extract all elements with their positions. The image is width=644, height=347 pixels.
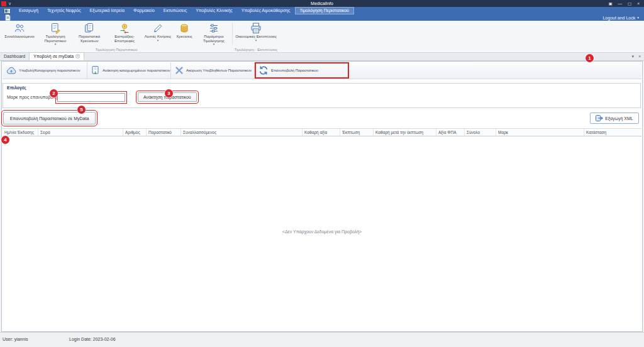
document-download-icon — [91, 65, 101, 75]
column-header-counterparty[interactable]: Συναλλασσόμενος — [181, 129, 303, 136]
column-header-mark[interactable]: Μαρκ — [496, 129, 584, 136]
tab-close-icon[interactable]: × — [75, 54, 80, 58]
subnav-label: Επανυποβολή Παραστατικού — [271, 69, 318, 72]
statusbar: User: yiannis Login Date: 2023-02-06 — [0, 332, 644, 347]
tab-dashboard[interactable]: Dashboard — [0, 52, 29, 60]
column-header-document[interactable]: Παραστατικό — [147, 129, 181, 136]
coins-icon — [179, 23, 190, 34]
column-header-net-value[interactable]: Καθαρή αξία — [303, 129, 340, 136]
ribbon-button-financial-prints[interactable]: Οικονομικές Εκτυπώσεις ▾ — [233, 21, 279, 46]
tab-ypovoli-mydata[interactable]: Υποβολή σε myData × — [29, 52, 84, 60]
tab-bar-close-icon[interactable]: × — [638, 54, 641, 58]
tab-list-icon[interactable]: ▾ — [631, 54, 634, 59]
ribbon-button-label: Τιμολόγηση Περιστατικού — [38, 35, 73, 43]
money-transfer-icon — [119, 23, 130, 34]
options-row: Μαρκ προς επανυποβολή Ανάκτηση παραστατι… — [3, 92, 640, 102]
minimize-button[interactable]: — — [618, 0, 623, 7]
grid-body: <Δεν Υπάρχουν Δεδομένα για Προβολή> — [3, 136, 641, 331]
dropdown-arrow-icon: ▾ — [157, 39, 159, 42]
tab-ektyposeis[interactable]: Εκτυπώσεις — [159, 7, 191, 14]
document-tab-bar: Dashboard Υποβολή σε myData × ▾ × — [0, 53, 644, 61]
ribbon-button-charges[interactable]: Χρεώσεις — [172, 21, 196, 46]
subnav-label: Υποβολή/Καταχώρηση παραστατικών — [19, 69, 80, 72]
logout-label: Logout and Lock — [602, 16, 635, 20]
dropdown-arrow-icon: ▾ — [55, 43, 57, 46]
mydata-toolbar: Υποβολή/Καταχώρηση παραστατικών Ανάκτηση… — [3, 62, 641, 79]
subnav-label: Ακύρωση Υποβληθέντων Παραστατικών — [186, 69, 252, 72]
tab-mydata-label: Υποβολή σε myData — [33, 54, 74, 58]
tab-ypovoles-klinikis[interactable]: Υποβολές Κλινικής — [191, 7, 237, 14]
ribbon-button-counterparties[interactable]: Συναλλασσόμενοι — [1, 21, 38, 46]
ribbon: Συναλλασσόμενοι Τιμολόγηση Περιστατικού … — [0, 21, 644, 53]
column-header-number[interactable]: Αριθμός — [123, 129, 147, 136]
column-header-discount[interactable]: Έκπτωση — [340, 129, 374, 136]
tab-ypovoles-aimokatharsis[interactable]: Υποβολές Αιμοκάθαρσης — [237, 7, 295, 14]
maximize-button[interactable]: ▢ — [628, 0, 631, 7]
documents-icon — [84, 23, 95, 34]
cancel-x-icon — [174, 65, 184, 75]
options-panel: Επιλογές Μαρκ προς επανυποβολή Ανάκτηση … — [3, 83, 641, 108]
sliders-icon — [208, 23, 219, 34]
tab-timologisi-peristatikou[interactable]: Τιμολόγηση Περιστατικού — [295, 7, 354, 14]
ribbon-button-charge-documents[interactable]: Παραστατικά Χρεώσεων — [73, 21, 106, 46]
mark-label: Μαρκ προς επανυποβολή — [7, 95, 56, 99]
annotation-badge-4: 4 — [1, 136, 9, 144]
screen-mode-icon[interactable]: ▣ — [608, 0, 612, 7]
grid-header: Ημ/νία Έκδοσης Σειρά Αριθμός Παραστατικό… — [3, 128, 641, 136]
subnav-retrieve-invoices-button[interactable]: Ανάκτηση καταχωρημένων παραστατικών — [87, 62, 171, 79]
column-header-total[interactable]: Σύνολο — [465, 129, 496, 136]
printer-icon — [250, 23, 262, 34]
file-menu-icon — [4, 8, 11, 14]
ribbon-button-collections-refunds[interactable]: Εισπράξεις-Επιστροφές — [106, 21, 143, 46]
export-xml-button[interactable]: Εξαγωγή XML — [590, 113, 639, 124]
pen-icon — [152, 23, 164, 34]
ribbon-tab-bar: Εισαγωγή Τεχνητός Νεφρός Εξωτερικά Ιατρε… — [0, 7, 644, 14]
subnav-resubmit-invoice-button[interactable]: Επανυποβολή Παραστατικού — [255, 62, 349, 79]
ribbon-button-case-invoicing[interactable]: Τιμολόγηση Περιστατικού ▾ — [38, 21, 73, 46]
column-header-issue-date[interactable]: Ημ/νία Έκδοσης — [3, 129, 38, 136]
annotation-badge-2: 2 — [50, 89, 58, 97]
application-window: v MedicalInfo ▣ — ▢ × Εισαγωγή Τεχνητός … — [0, 0, 644, 347]
options-title: Επιλογές — [3, 84, 640, 90]
ribbon-button-label: Χρεώσεις — [176, 35, 192, 39]
close-button[interactable]: × — [637, 0, 640, 7]
grid-empty-message: <Δεν Υπάρχουν Δεδομένα για Προβολή> — [3, 229, 641, 234]
column-header-status[interactable]: Κατάσταση — [584, 129, 641, 136]
dropdown-arrow-icon: ▾ — [255, 39, 257, 42]
resubmit-to-mydata-button[interactable]: Επανυποβολή Παραστατικού σε MyData — [3, 112, 96, 124]
window-controls: ▣ — ▢ × — [608, 0, 644, 7]
column-header-vat-value[interactable]: Αξία ΦΠΑ — [436, 129, 465, 136]
ribbon-button-label: Παράμετροι Τιμολόγησης — [196, 35, 231, 43]
quick-access-icon — [5, 14, 11, 21]
subnav-submit-invoices-button[interactable]: Υποβολή/Καταχώρηση παραστατικών — [3, 62, 87, 79]
ribbon-button-label: Εισπράξεις-Επιστροφές — [106, 35, 143, 43]
quick-access-bar: Logout and Lock ▾ — [0, 14, 644, 21]
subnav-cancel-submitted-button[interactable]: Ακύρωση Υποβληθέντων Παραστατικών — [171, 62, 255, 79]
column-header-series[interactable]: Σειρά — [38, 129, 123, 136]
annotation-badge-5: 5 — [77, 106, 86, 114]
refresh-icon — [258, 65, 269, 76]
ribbon-buttons: Συναλλασσόμενοι Τιμολόγηση Περιστατικού … — [1, 21, 279, 46]
ribbon-button-label: Παραστατικά Χρεώσεων — [73, 35, 106, 43]
ribbon-button-label: Συναλλασσόμενοι — [4, 35, 34, 39]
ribbon-button-other-movements[interactable]: Λοιπές Κινήσεις ▾ — [143, 21, 172, 46]
window-title: MedicalInfo — [0, 1, 644, 6]
people-icon — [14, 23, 25, 34]
tab-eisagogi[interactable]: Εισαγωγή — [14, 7, 43, 14]
status-user: User: yiannis — [3, 337, 28, 341]
invoice-icon — [50, 23, 61, 34]
tab-technitos-nefros[interactable]: Τεχνητός Νεφρός — [43, 7, 86, 14]
tab-farmakeio[interactable]: Φαρμακείο — [129, 7, 159, 14]
column-header-net-after-discount[interactable]: Καθαρή μετά την έκπτωση — [374, 129, 436, 136]
file-menu-button[interactable] — [4, 8, 11, 14]
tab-exoterika-iatreia[interactable]: Εξωτερικά Ιατρεία — [86, 7, 129, 14]
mark-input[interactable] — [57, 93, 125, 102]
cloud-upload-icon — [6, 65, 17, 75]
annotation-badge-3: 3 — [165, 89, 173, 97]
export-arrow-icon — [596, 114, 603, 123]
ribbon-button-invoicing-parameters[interactable]: Παράμετροι Τιμολόγησης ▾ — [196, 21, 231, 46]
quick-access-button[interactable] — [5, 14, 11, 21]
tab-dashboard-label: Dashboard — [4, 54, 25, 58]
logout-button[interactable]: Logout and Lock ▾ — [602, 16, 639, 20]
status-login-date: Login Date: 2023-02-06 — [69, 337, 116, 341]
